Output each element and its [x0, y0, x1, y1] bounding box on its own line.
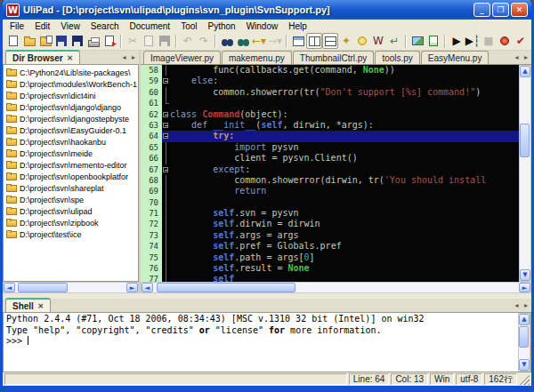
- scroll-up-icon[interactable]: ▲: [520, 66, 530, 77]
- fold-collapse-icon[interactable]: [163, 167, 168, 172]
- tab-ImageViewer.py[interactable]: ImageViewer.py: [143, 51, 221, 64]
- code-line[interactable]: 64 try:: [141, 131, 519, 141]
- scroll-right-icon[interactable]: ►: [519, 283, 530, 292]
- fold-margin[interactable]: [162, 98, 170, 108]
- menu-help[interactable]: Help: [283, 21, 312, 31]
- scroll-right-icon[interactable]: ►: [126, 283, 138, 292]
- code-line[interactable]: 72 self.dirwin = dirwin: [141, 219, 519, 229]
- code-line[interactable]: 63 def __init__(self, dirwin, *args):: [141, 120, 519, 131]
- code-line[interactable]: 59 else:: [141, 76, 519, 86]
- code-text[interactable]: self.dirwin = dirwin: [170, 219, 519, 229]
- fold-margin[interactable]: [162, 241, 170, 252]
- tree-item[interactable]: D:\project\svn\ulipad: [5, 205, 138, 217]
- tab-ThumbnailCtrl.py[interactable]: ThumbnailCtrl.py: [293, 51, 375, 64]
- tab-scroll-arrows-icon[interactable]: ◂ ▸: [122, 53, 137, 61]
- tab-tools.py[interactable]: tools.py: [375, 51, 419, 64]
- scroll-thumb[interactable]: [520, 124, 530, 157]
- code-editor[interactable]: 58 func(callbacks.get(command, None))59 …: [141, 65, 531, 282]
- code-line[interactable]: 68 common.showerror(dirwin, tr('You shou…: [141, 175, 519, 186]
- menu-view[interactable]: View: [55, 21, 85, 31]
- scroll-track[interactable]: [153, 283, 519, 292]
- split-vertical-button[interactable]: [306, 33, 322, 49]
- code-text[interactable]: self: [170, 274, 519, 282]
- scroll-thumb[interactable]: [157, 283, 295, 292]
- tree-item[interactable]: D:\project\svn\spe: [5, 194, 138, 205]
- code-text[interactable]: self.svn = pysvn: [170, 208, 519, 219]
- fold-margin[interactable]: [162, 109, 170, 120]
- maximize-button[interactable]: ❐: [492, 3, 509, 17]
- minimize-button[interactable]: _: [473, 3, 490, 17]
- code-text[interactable]: try:: [170, 131, 519, 141]
- menu-edit[interactable]: Edit: [29, 21, 55, 31]
- code-text[interactable]: except:: [170, 164, 519, 175]
- word-wrap-button[interactable]: W: [370, 33, 386, 49]
- replace-button[interactable]: [235, 33, 251, 49]
- code-line[interactable]: 74 self.pref = Globals.pref: [141, 241, 519, 252]
- tab-scroll-arrows-icon[interactable]: ◂ ▸: [514, 53, 530, 61]
- tree-item[interactable]: D:\project\svn\djangostepbyste: [5, 113, 138, 124]
- fold-collapse-icon[interactable]: [163, 112, 168, 117]
- fold-collapse-icon[interactable]: [163, 78, 168, 84]
- fold-margin[interactable]: [162, 197, 170, 208]
- scroll-track[interactable]: [15, 283, 126, 292]
- fold-margin[interactable]: [162, 153, 170, 164]
- fold-margin[interactable]: [162, 142, 170, 153]
- menu-search[interactable]: Search: [85, 21, 125, 31]
- open-file-button[interactable]: [21, 33, 37, 49]
- code-line[interactable]: 67 except:: [141, 164, 519, 175]
- tree-item[interactable]: C:\Python24\Lib\site-packages\: [5, 67, 138, 78]
- fold-margin[interactable]: [162, 252, 170, 263]
- fold-margin[interactable]: [162, 186, 170, 196]
- scroll-left-icon[interactable]: ◄: [4, 283, 15, 292]
- menu-python[interactable]: Python: [202, 21, 240, 31]
- tree-item[interactable]: D:\project\svn\shareplat: [5, 182, 138, 194]
- fold-margin[interactable]: [162, 175, 170, 186]
- tree-item[interactable]: D:\project\test\ice: [5, 228, 138, 240]
- scroll-left-icon[interactable]: ◄: [142, 283, 153, 292]
- resize-grip[interactable]: [519, 374, 530, 385]
- code-line[interactable]: 75 self.path = args[0]: [141, 252, 519, 263]
- fold-margin[interactable]: [162, 263, 170, 274]
- window-list-button[interactable]: [290, 33, 306, 49]
- title-bar[interactable]: W UliPad - [D:\project\svn\ulipad\plugin…: [3, 0, 531, 20]
- tree-item[interactable]: D:\project\svn\zipbook: [5, 217, 138, 228]
- scroll-up-icon[interactable]: ▲: [519, 314, 530, 325]
- code-line[interactable]: 69 return: [141, 186, 519, 196]
- tree-item[interactable]: D:\project\svn\django\django: [5, 101, 138, 113]
- code-text[interactable]: return: [170, 186, 519, 196]
- shell-output[interactable]: Python 2.4.4 (#71, Oct 18 2006, 08:34:43…: [4, 313, 518, 372]
- scroll-track[interactable]: [520, 77, 530, 269]
- code-text[interactable]: import pysvn: [170, 142, 519, 153]
- goto-line-button[interactable]: ↵: [386, 33, 402, 49]
- scroll-thumb[interactable]: [519, 326, 529, 348]
- fold-margin[interactable]: [162, 65, 170, 76]
- code-text[interactable]: else:: [170, 76, 519, 86]
- print-button[interactable]: [85, 33, 101, 49]
- tips-lamp-button[interactable]: [354, 33, 370, 49]
- code-lines[interactable]: 58 func(callbacks.get(command, None))59 …: [141, 65, 519, 282]
- new-file-button[interactable]: [5, 33, 21, 49]
- code-line[interactable]: 73 self.args = args: [141, 230, 519, 241]
- code-line[interactable]: 61: [141, 98, 519, 108]
- code-line[interactable]: 70: [141, 197, 519, 208]
- debug-button[interactable]: [497, 33, 513, 49]
- fold-margin[interactable]: [162, 120, 170, 131]
- code-text[interactable]: self.path = args[0]: [170, 252, 519, 263]
- syntax-check-button[interactable]: ✔: [513, 33, 529, 49]
- fold-collapse-icon[interactable]: [163, 133, 168, 139]
- code-line[interactable]: 76 self.result = None: [141, 263, 519, 274]
- tree-item[interactable]: D:\project\modules\WorkBench-1: [5, 78, 138, 90]
- run-button[interactable]: ▶: [449, 33, 465, 49]
- fold-margin[interactable]: [162, 274, 170, 282]
- menu-document[interactable]: Document: [125, 21, 176, 31]
- tab-close-icon[interactable]: ×: [37, 301, 44, 310]
- script-manager-button[interactable]: [425, 33, 441, 49]
- code-line[interactable]: 71 self.svn = pysvn: [141, 208, 519, 219]
- code-line[interactable]: 58 func(callbacks.get(command, None)): [141, 65, 519, 76]
- fold-margin[interactable]: [162, 230, 170, 241]
- save-all-button[interactable]: [69, 33, 85, 49]
- run-with-args-button[interactable]: ▶┆: [465, 33, 481, 49]
- code-line[interactable]: 65 import pysvn: [141, 142, 519, 153]
- code-text[interactable]: self.result = None: [170, 263, 519, 274]
- editor-vscrollbar[interactable]: ▲ ▼: [519, 65, 531, 282]
